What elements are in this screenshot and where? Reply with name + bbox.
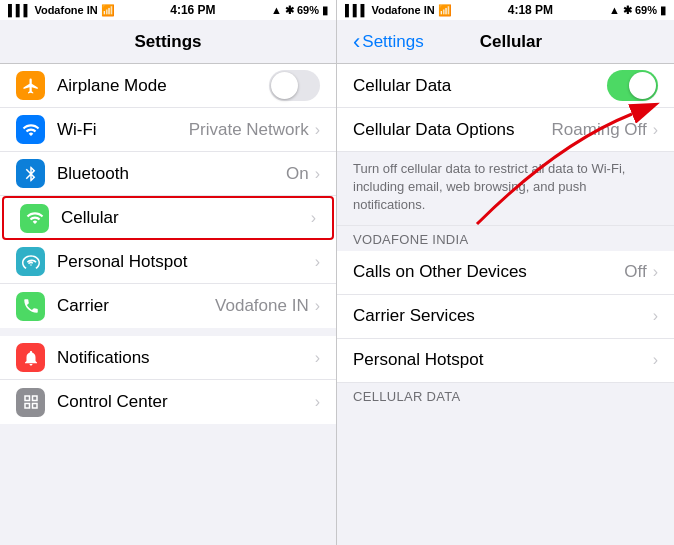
right-title: Cellular (480, 32, 542, 52)
right-status-time: 4:18 PM (508, 3, 553, 17)
control-center-label: Control Center (57, 392, 315, 412)
bluetooth-icon-bg (16, 159, 45, 188)
left-status-carrier: ▌▌▌ Vodafone IN 📶 (8, 4, 115, 17)
right-status-left: ▌▌▌ Vodafone IN 📶 (345, 4, 452, 17)
cellular-label: Cellular (61, 208, 311, 228)
settings-list: Airplane Mode Wi-Fi Private Network › Bl… (0, 64, 336, 545)
notifications-icon-bg (16, 343, 45, 372)
bluetooth-label: Bluetooth (57, 164, 286, 184)
right-wifi-icon: 📶 (438, 4, 452, 17)
calls-other-row[interactable]: Calls on Other Devices Off › (337, 251, 674, 295)
cellular-data-toggle[interactable] (607, 70, 658, 101)
right-battery-icon: ▮ (660, 4, 666, 17)
carrier-icon (22, 297, 40, 315)
carrier-services-chevron: › (653, 307, 658, 325)
hotspot-chevron: › (315, 253, 320, 271)
cellular-data-section-header: CELLULAR DATA (337, 383, 674, 408)
carrier-icon-bg (16, 292, 45, 321)
airplane-label: Airplane Mode (57, 76, 269, 96)
info-box: Turn off cellular data to restrict all d… (337, 152, 674, 226)
hotspot-label: Personal Hotspot (57, 252, 315, 272)
left-nav-bar: Settings (0, 20, 336, 64)
battery-text: 69% (297, 4, 319, 16)
back-label: Settings (362, 32, 423, 52)
carrier-value: Vodafone IN (215, 296, 309, 316)
right-hotspot-label: Personal Hotspot (353, 350, 653, 370)
vodafone-section-header: VODAFONE INDIA (337, 226, 674, 251)
right-signal-icon: ▌▌▌ (345, 4, 368, 16)
cellular-icon (26, 209, 44, 227)
battery-icon: ▮ (322, 4, 328, 17)
bluetooth-icon (22, 165, 40, 183)
notifications-icon (22, 349, 40, 367)
right-hotspot-chevron: › (653, 351, 658, 369)
bluetooth-chevron: › (315, 165, 320, 183)
right-nav-bar: ‹ Settings Cellular (337, 20, 674, 64)
cellular-data-options-chevron: › (653, 121, 658, 139)
location-icon: ▲ (271, 4, 282, 16)
wifi-row[interactable]: Wi-Fi Private Network › (0, 108, 336, 152)
bluetooth-row[interactable]: Bluetooth On › (0, 152, 336, 196)
cellular-data-row[interactable]: Cellular Data (337, 64, 674, 108)
hotspot-icon (22, 253, 40, 271)
control-center-row[interactable]: Control Center › (0, 380, 336, 424)
back-chevron-icon: ‹ (353, 31, 360, 53)
carrier-row[interactable]: Carrier Vodafone IN › (0, 284, 336, 328)
cellular-data-options-value: Roaming Off (552, 120, 647, 140)
cellular-row[interactable]: Cellular › (2, 196, 334, 240)
bluetooth-status-icon: ✱ (285, 4, 294, 17)
settings-section-2: Notifications › Control Center › (0, 336, 336, 424)
airplane-icon (22, 77, 40, 95)
bluetooth-value: On (286, 164, 309, 184)
control-center-chevron: › (315, 393, 320, 411)
airplane-mode-row[interactable]: Airplane Mode (0, 64, 336, 108)
carrier-services-label: Carrier Services (353, 306, 653, 326)
wifi-label: Wi-Fi (57, 120, 189, 140)
wifi-icon-bg (16, 115, 45, 144)
cellular-data-options-row[interactable]: Cellular Data Options Roaming Off › (337, 108, 674, 152)
wifi-value: Private Network (189, 120, 309, 140)
airplane-toggle[interactable] (269, 70, 320, 101)
cellular-data-options-label: Cellular Data Options (353, 120, 552, 140)
right-status-right: ▲ ✱ 69% ▮ (609, 4, 666, 17)
cellular-icon-bg (20, 204, 49, 233)
wifi-chevron: › (315, 121, 320, 139)
hotspot-icon-bg (16, 247, 45, 276)
left-title: Settings (134, 32, 201, 52)
left-status-right: ▲ ✱ 69% ▮ (271, 4, 328, 17)
signal-icon: ▌▌▌ (8, 4, 31, 16)
calls-other-value: Off (624, 262, 646, 282)
right-carrier: Vodafone IN (371, 4, 434, 16)
airplane-icon-bg (16, 71, 45, 100)
back-button[interactable]: ‹ Settings (353, 31, 424, 53)
right-content: Cellular Data Cellular Data Options Roam… (337, 64, 674, 545)
cellular-chevron: › (311, 209, 316, 227)
right-hotspot-row[interactable]: Personal Hotspot › (337, 339, 674, 383)
right-location-icon: ▲ (609, 4, 620, 16)
section-gap-1 (0, 328, 336, 336)
left-status-bar: ▌▌▌ Vodafone IN 📶 4:16 PM ▲ ✱ 69% ▮ (0, 0, 336, 20)
control-center-icon-bg (16, 388, 45, 417)
notifications-label: Notifications (57, 348, 315, 368)
right-battery: 69% (635, 4, 657, 16)
cellular-data-label: Cellular Data (353, 76, 607, 96)
settings-section-1: Airplane Mode Wi-Fi Private Network › Bl… (0, 64, 336, 328)
notifications-chevron: › (315, 349, 320, 367)
right-status-bar: ▌▌▌ Vodafone IN 📶 4:18 PM ▲ ✱ 69% ▮ (337, 0, 674, 20)
left-panel: ▌▌▌ Vodafone IN 📶 4:16 PM ▲ ✱ 69% ▮ Sett… (0, 0, 337, 545)
control-center-icon (22, 393, 40, 411)
calls-other-label: Calls on Other Devices (353, 262, 624, 282)
right-panel: ▌▌▌ Vodafone IN 📶 4:18 PM ▲ ✱ 69% ▮ ‹ Se… (337, 0, 674, 545)
hotspot-row[interactable]: Personal Hotspot › (0, 240, 336, 284)
wifi-icon (22, 121, 40, 139)
right-bt-icon: ✱ (623, 4, 632, 17)
left-status-time: 4:16 PM (170, 3, 215, 17)
carrier-services-row[interactable]: Carrier Services › (337, 295, 674, 339)
info-text: Turn off cellular data to restrict all d… (353, 161, 625, 212)
carrier-label: Carrier (57, 296, 215, 316)
notifications-row[interactable]: Notifications › (0, 336, 336, 380)
right-panel-wrapper: ▌▌▌ Vodafone IN 📶 4:18 PM ▲ ✱ 69% ▮ ‹ Se… (337, 0, 674, 545)
calls-other-chevron: › (653, 263, 658, 281)
carrier-chevron: › (315, 297, 320, 315)
wifi-status-icon: 📶 (101, 4, 115, 17)
